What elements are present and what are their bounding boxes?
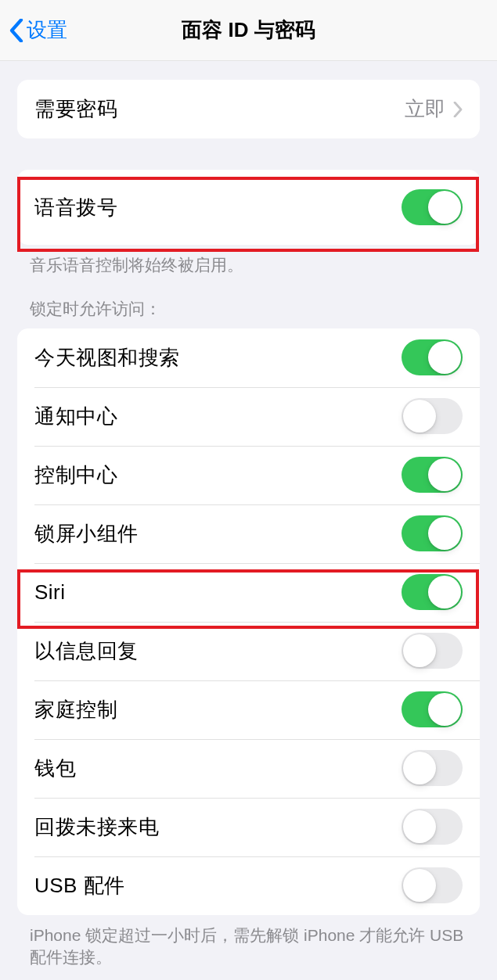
voice-dial-toggle[interactable] bbox=[402, 189, 463, 225]
lock-access-item-label: 以信息回复 bbox=[34, 637, 139, 665]
lock-access-row: 以信息回复 bbox=[17, 622, 480, 680]
lock-access-item-label: 控制中心 bbox=[34, 461, 117, 489]
lock-access-item-label: Siri bbox=[34, 580, 66, 605]
voice-dial-row: 语音拨号 bbox=[17, 170, 480, 245]
lock-access-toggle-9[interactable] bbox=[402, 867, 463, 903]
lock-access-toggle-5[interactable] bbox=[402, 633, 463, 669]
lock-access-item-label: 通知中心 bbox=[34, 403, 117, 430]
voice-dial-group: 语音拨号 bbox=[17, 170, 480, 245]
lock-access-row: 钱包 bbox=[17, 739, 480, 798]
lock-access-row: USB 配件 bbox=[17, 856, 480, 915]
lock-access-item-label: 回拨未接来电 bbox=[34, 813, 159, 841]
lock-access-item-label: 锁屏小组件 bbox=[34, 520, 139, 547]
lock-access-item-label: USB 配件 bbox=[34, 872, 125, 899]
lock-access-toggle-8[interactable] bbox=[402, 809, 463, 845]
lock-access-row: 通知中心 bbox=[17, 387, 480, 446]
voice-dial-label: 语音拨号 bbox=[34, 194, 117, 221]
lock-access-toggle-2[interactable] bbox=[402, 457, 463, 493]
lock-access-row: 今天视图和搜索 bbox=[17, 328, 480, 387]
lock-access-toggle-3[interactable] bbox=[402, 515, 463, 551]
lock-access-group: 今天视图和搜索通知中心控制中心锁屏小组件Siri以信息回复家庭控制钱包回拨未接来… bbox=[17, 328, 480, 915]
lock-access-row: 控制中心 bbox=[17, 446, 480, 504]
lock-access-toggle-0[interactable] bbox=[402, 339, 463, 375]
page-title: 面容 ID 与密码 bbox=[0, 16, 497, 44]
lock-access-toggle-4[interactable] bbox=[402, 574, 463, 610]
require-passcode-label: 需要密码 bbox=[34, 95, 117, 123]
back-button[interactable]: 设置 bbox=[9, 16, 67, 44]
lock-access-row: Siri bbox=[17, 563, 480, 622]
lock-access-row: 回拨未接来电 bbox=[17, 798, 480, 856]
voice-dial-footer: 音乐语音控制将始终被启用。 bbox=[0, 245, 497, 276]
lock-access-toggle-6[interactable] bbox=[402, 691, 463, 727]
require-passcode-row[interactable]: 需要密码 立即 bbox=[17, 80, 480, 138]
require-passcode-value: 立即 bbox=[405, 95, 445, 123]
lock-access-row: 锁屏小组件 bbox=[17, 504, 480, 563]
lock-access-item-label: 家庭控制 bbox=[34, 696, 117, 723]
navigation-bar: 设置 面容 ID 与密码 bbox=[0, 0, 497, 61]
require-passcode-group: 需要密码 立即 bbox=[17, 80, 480, 138]
chevron-left-icon bbox=[9, 19, 23, 42]
lock-access-item-label: 钱包 bbox=[34, 755, 76, 782]
lock-access-footer: iPhone 锁定超过一小时后，需先解锁 iPhone 才能允许 USB 配件连… bbox=[0, 915, 497, 969]
lock-access-toggle-7[interactable] bbox=[402, 750, 463, 786]
lock-access-item-label: 今天视图和搜索 bbox=[34, 344, 180, 372]
lock-access-toggle-1[interactable] bbox=[402, 398, 463, 434]
chevron-right-icon bbox=[453, 102, 463, 117]
lock-access-row: 家庭控制 bbox=[17, 680, 480, 739]
lock-access-header: 锁定时允许访问： bbox=[0, 298, 497, 328]
back-label: 设置 bbox=[27, 16, 67, 44]
